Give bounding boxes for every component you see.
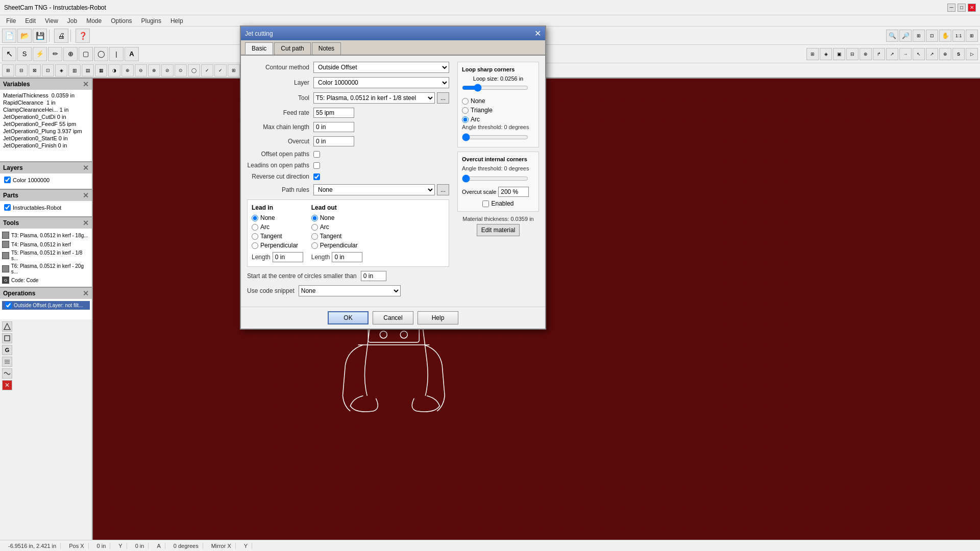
lead-out-perp-option[interactable]: Perpendicular — [311, 242, 363, 249]
lead-out-col: Lead out None Arc Tangent Perpendicular … — [311, 204, 363, 262]
lead-in-length-input[interactable] — [273, 252, 303, 262]
lead-out-length-label: Length — [311, 254, 330, 261]
lead-out-tangent-option[interactable]: Tangent — [311, 233, 363, 240]
reverse-cut-checkbox[interactable] — [313, 173, 320, 180]
path-rules-select[interactable]: None — [313, 184, 435, 195]
tool-row: Tool T5: Plasma, 0.0512 in kerf - 1/8 st… — [247, 92, 449, 104]
dialog-title: Jet cutting — [245, 30, 273, 37]
lead-out-length-row: Length — [311, 252, 363, 262]
lead-in-radios: None Arc Tangent Perpendicular — [252, 214, 303, 249]
contour-method-row: Contour method Outside Offset — [247, 62, 449, 73]
offset-open-paths-row: Offset open paths — [247, 151, 449, 158]
layer-select[interactable]: Color 1000000 — [313, 77, 449, 88]
lead-in-none-option[interactable]: None — [252, 214, 303, 221]
tab-notes[interactable]: Notes — [312, 42, 341, 55]
max-chain-length-label: Max chain length — [247, 123, 313, 131]
path-rules-row: Path rules None ... — [247, 184, 449, 195]
lead-in-col: Lead in None Arc Tangent Perpendicular L… — [252, 204, 303, 262]
tab-basic[interactable]: Basic — [245, 42, 273, 55]
dialog-form-right: Loop sharp corners Loop size: 0.0256 in … — [457, 62, 539, 300]
dialog-close-button[interactable]: ✕ — [534, 29, 541, 38]
offset-open-paths-label: Offset open paths — [247, 151, 313, 158]
tool-label: Tool — [247, 94, 313, 102]
material-thickness-text: Material thickness: 0.0359 in — [457, 216, 539, 222]
lead-out-none-option[interactable]: None — [311, 214, 363, 221]
lead-in-out-container: Lead in None Arc Tangent Perpendicular L… — [247, 199, 449, 267]
start-circles-row: Start at the centre of circles smaller t… — [247, 271, 449, 281]
loop-arc-option[interactable]: Arc — [462, 116, 534, 123]
loop-angle-label: Angle threshold: 0 degrees — [462, 124, 534, 130]
path-rules-browse-button[interactable]: ... — [437, 184, 449, 195]
feed-rate-row: Feed rate — [247, 108, 449, 118]
dialog-overlay: Jet cutting ✕ Basic Cut path Notes Conto… — [0, 0, 980, 551]
snippet-row: Use code snippet None — [247, 285, 449, 296]
lead-in-arc-option[interactable]: Arc — [252, 223, 303, 231]
lead-in-length-label: Length — [252, 254, 271, 261]
snippet-label: Use code snippet — [247, 287, 295, 294]
loop-none-option[interactable]: None — [462, 97, 534, 105]
start-circles-label: Start at the centre of circles smaller t… — [247, 272, 357, 280]
enabled-row: Enabled — [462, 200, 534, 207]
leadins-row: Leadins on open paths — [247, 162, 449, 169]
overcut-enabled-label: Enabled — [491, 200, 513, 207]
lead-out-radios: None Arc Tangent Perpendicular — [311, 214, 363, 249]
start-circles-input[interactable] — [361, 271, 386, 281]
overcut-label: Overcut — [247, 138, 313, 145]
loop-radios: None Triangle Arc — [462, 97, 534, 123]
edit-material-button[interactable]: Edit material — [477, 224, 520, 236]
offset-open-paths-checkbox[interactable] — [313, 151, 320, 158]
max-chain-length-input[interactable] — [313, 122, 354, 132]
lead-out-length-input[interactable] — [332, 252, 362, 262]
loop-angle-slider[interactable] — [462, 133, 528, 141]
path-rules-label: Path rules — [247, 186, 313, 193]
loop-sharp-corners-title: Loop sharp corners — [462, 66, 534, 72]
leadins-label: Leadins on open paths — [247, 162, 313, 169]
reverse-cut-label: Reverse cut direction — [247, 173, 313, 180]
cancel-button[interactable]: Cancel — [373, 311, 413, 324]
overcut-enabled-checkbox[interactable] — [482, 201, 489, 207]
dialog-form-left: Contour method Outside Offset Layer Colo… — [247, 62, 449, 300]
tool-browse-button[interactable]: ... — [437, 92, 449, 104]
loop-slider-container — [462, 84, 534, 93]
overcut-angle-slider[interactable] — [462, 174, 528, 183]
feed-rate-label: Feed rate — [247, 109, 313, 116]
lead-in-tangent-option[interactable]: Tangent — [252, 233, 303, 240]
path-rules-control: None ... — [313, 184, 449, 195]
lead-in-length-row: Length — [252, 252, 303, 262]
overcut-input[interactable] — [313, 136, 354, 146]
contour-method-control: Outside Offset — [313, 62, 449, 73]
lead-in-out-cols: Lead in None Arc Tangent Perpendicular L… — [252, 204, 445, 262]
tab-cutpath[interactable]: Cut path — [274, 42, 310, 55]
overcut-internal-section: Overcut internal corners Angle threshold… — [457, 152, 539, 212]
reverse-cut-row: Reverse cut direction — [247, 173, 449, 180]
tool-select[interactable]: T5: Plasma, 0.0512 in kerf - 1/8 steel — [313, 92, 435, 104]
tool-control: T5: Plasma, 0.0512 in kerf - 1/8 steel .… — [313, 92, 449, 104]
loop-triangle-option[interactable]: Triangle — [462, 107, 534, 114]
dialog-tabs: Basic Cut path Notes — [241, 40, 545, 56]
snippet-select[interactable]: None — [299, 285, 401, 296]
overcut-scale-label: Overcut scale — [462, 189, 496, 195]
layer-control: Color 1000000 — [313, 77, 449, 88]
lead-out-arc-option[interactable]: Arc — [311, 223, 363, 231]
leadins-checkbox[interactable] — [313, 162, 320, 169]
layer-label: Layer — [247, 79, 313, 86]
lead-in-perp-option[interactable]: Perpendicular — [252, 242, 303, 249]
lead-out-title: Lead out — [311, 204, 363, 211]
feed-rate-input[interactable] — [313, 108, 354, 118]
contour-method-label: Contour method — [247, 64, 313, 71]
contour-method-select[interactable]: Outside Offset — [313, 62, 449, 73]
loop-size-label: Loop size: 0.0256 in — [462, 76, 534, 82]
overcut-row: Overcut — [247, 136, 449, 146]
dialog-body: Contour method Outside Offset Layer Colo… — [241, 56, 545, 307]
loop-sharp-corners-section: Loop sharp corners Loop size: 0.0256 in … — [457, 62, 539, 147]
lead-in-title: Lead in — [252, 204, 303, 211]
help-button[interactable]: Help — [418, 311, 458, 324]
loop-size-slider[interactable] — [462, 84, 528, 92]
dialog-buttons: OK Cancel Help — [241, 307, 545, 329]
ok-button[interactable]: OK — [328, 311, 369, 324]
overcut-scale-input[interactable] — [498, 187, 529, 197]
max-chain-length-row: Max chain length — [247, 122, 449, 132]
dialog-titlebar: Jet cutting ✕ — [241, 27, 545, 40]
overcut-scale-row: Overcut scale — [462, 187, 534, 197]
jet-cutting-dialog: Jet cutting ✕ Basic Cut path Notes Conto… — [240, 26, 546, 330]
